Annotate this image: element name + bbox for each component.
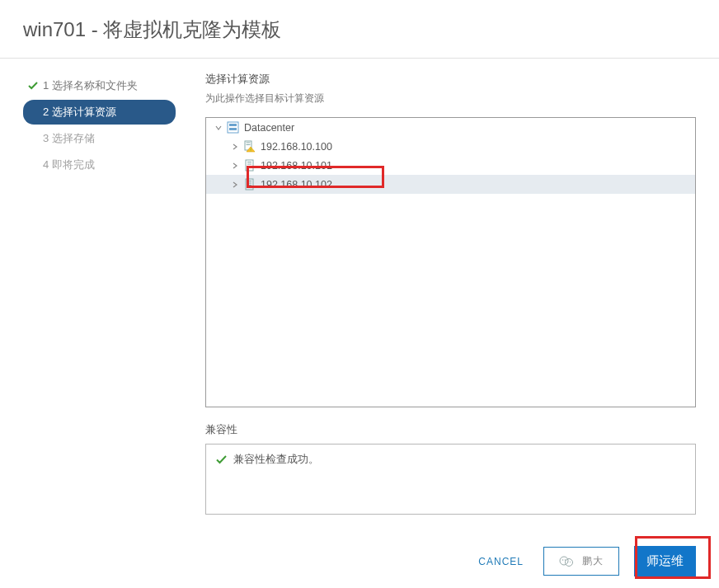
chevron-right-icon[interactable] — [231, 162, 239, 170]
next-button[interactable]: 师运维 — [634, 546, 696, 576]
svg-rect-1 — [229, 124, 237, 126]
svg-rect-15 — [247, 185, 251, 186]
svg-point-20 — [567, 561, 568, 562]
tree-node-label: 192.168.10.101 — [261, 160, 332, 172]
wizard-step-label: 2 选择计算资源 — [43, 105, 116, 120]
compat-message: 兼容性检查成功。 — [233, 453, 319, 467]
svg-rect-0 — [228, 122, 238, 133]
svg-rect-2 — [229, 128, 237, 130]
check-icon — [216, 454, 227, 465]
wizard-step-label: 1 选择名称和文件夹 — [43, 78, 138, 93]
svg-point-21 — [570, 561, 571, 562]
resource-tree[interactable]: Datacenter 192.168.10.100 — [205, 117, 696, 407]
section-subheading: 为此操作选择目标计算资源 — [205, 92, 696, 106]
wizard-step-3: 3 选择存储 — [23, 126, 176, 151]
section-heading: 选择计算资源 — [205, 72, 696, 87]
compatibility-box: 兼容性检查成功。 — [205, 444, 696, 515]
tree-node-datacenter[interactable]: Datacenter — [206, 118, 695, 137]
tree-node-host[interactable]: 192.168.10.101 — [206, 156, 695, 175]
main-area: 选择计算资源 为此操作选择目标计算资源 Datacenter — [186, 68, 719, 515]
compat-heading: 兼容性 — [205, 422, 696, 437]
tree-node-host[interactable]: 192.168.10.100 — [206, 137, 695, 156]
tree-node-label: Datacenter — [244, 122, 294, 134]
wizard-step-1[interactable]: 1 选择名称和文件夹 — [23, 73, 176, 98]
cancel-button[interactable]: CANCEL — [473, 549, 529, 574]
svg-rect-9 — [247, 162, 251, 162]
svg-rect-4 — [246, 143, 250, 143]
svg-point-19 — [565, 559, 566, 561]
svg-point-17 — [566, 558, 573, 566]
svg-point-16 — [560, 557, 568, 565]
host-icon — [242, 159, 256, 172]
tree-node-label: 192.168.10.102 — [261, 179, 332, 191]
compat-success-row: 兼容性检查成功。 — [216, 453, 685, 467]
svg-rect-14 — [247, 183, 251, 184]
svg-rect-6 — [250, 148, 251, 150]
tree-node-host[interactable]: 192.168.10.102 — [206, 175, 695, 194]
svg-rect-7 — [250, 151, 251, 152]
dialog-title: win701 - 将虚拟机克隆为模板 — [0, 0, 719, 59]
host-icon — [242, 178, 256, 191]
svg-rect-11 — [247, 166, 251, 167]
svg-rect-8 — [246, 160, 253, 171]
host-warning-icon — [242, 140, 256, 153]
wizard-step-label: 3 选择存储 — [43, 131, 95, 146]
svg-rect-13 — [247, 181, 251, 181]
dialog-footer: CANCEL 鹏大 师运维 — [473, 546, 696, 576]
next-button-label: 师运维 — [646, 553, 684, 569]
datacenter-icon — [226, 121, 239, 134]
tree-node-label: 192.168.10.100 — [261, 141, 332, 153]
wizard-step-label: 4 即将完成 — [43, 158, 95, 172]
svg-point-18 — [562, 559, 564, 561]
check-icon — [28, 81, 40, 91]
wizard-sidebar: 1 选择名称和文件夹 2 选择计算资源 3 选择存储 4 即将完成 — [0, 68, 186, 515]
back-button[interactable]: 鹏大 — [543, 547, 619, 576]
svg-rect-5 — [246, 144, 250, 145]
wechat-watermark-icon — [559, 556, 574, 567]
svg-rect-10 — [247, 164, 251, 165]
wizard-step-2[interactable]: 2 选择计算资源 — [23, 100, 176, 125]
watermark-text: 鹏大 — [582, 554, 604, 568]
wizard-step-4: 4 即将完成 — [23, 153, 176, 177]
chevron-right-icon[interactable] — [231, 143, 239, 151]
chevron-right-icon[interactable] — [231, 181, 239, 189]
svg-rect-12 — [246, 179, 253, 190]
chevron-down-icon[interactable] — [214, 124, 223, 132]
